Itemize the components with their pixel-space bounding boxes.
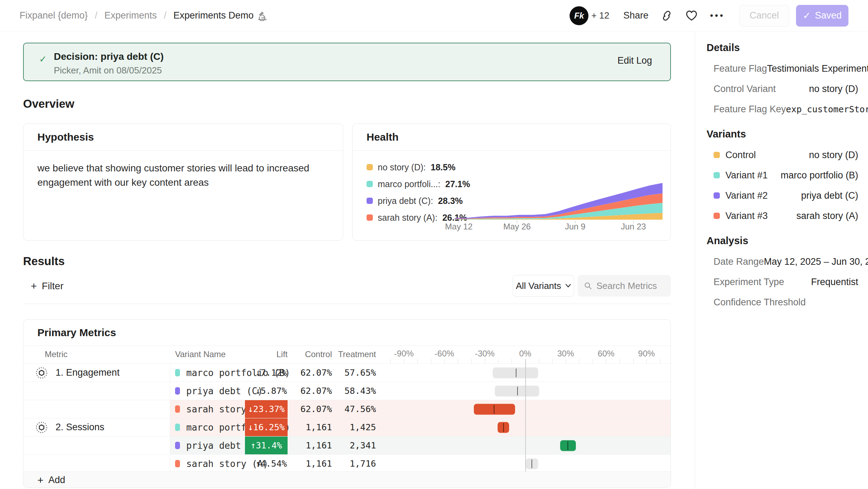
variant-color-swatch <box>714 213 720 219</box>
breadcrumb-current: Experiments Demo <box>173 10 268 21</box>
axis-tick <box>417 359 418 363</box>
variant-color-swatch <box>714 172 720 178</box>
variant-value: no story (D) <box>809 150 858 161</box>
legend-label: priya debt (C): <box>378 196 433 206</box>
variants-dropdown[interactable]: All Variants <box>513 275 574 297</box>
cancel-button[interactable]: Cancel <box>739 5 789 27</box>
table-row[interactable]: priya debt (C) ↑31.4% 1,161 2,341 <box>23 436 671 454</box>
heart-icon <box>685 10 698 22</box>
variant-value: priya debt (C) <box>801 190 858 201</box>
col-lift: Lift <box>245 349 288 359</box>
variant-color-swatch <box>714 152 720 158</box>
table-row[interactable]: priya debt (C) ↓5.87% 62.07% 58.43% <box>23 382 671 400</box>
legend-swatch <box>367 181 373 187</box>
axis-tick <box>660 359 660 363</box>
confidence-interval-cell <box>385 382 671 400</box>
lift-cell: ↑4.54% <box>245 455 288 473</box>
check-icon: ✓ <box>39 54 47 65</box>
lift-axis-label: -30% <box>475 349 494 359</box>
variant-label: Control <box>725 150 756 161</box>
hypothesis-text: we believe that showing customer stories… <box>23 151 331 200</box>
add-metric-button[interactable]: + Add <box>23 472 671 488</box>
more-menu-button[interactable]: ••• <box>710 10 725 21</box>
decision-title: Decision: priya debt (C) <box>54 51 164 62</box>
axis-tick <box>606 359 606 363</box>
details-heading: Details <box>707 42 858 54</box>
ellipsis-icon: ••• <box>710 10 725 21</box>
axis-tick <box>579 359 579 363</box>
mean-tick <box>567 441 568 450</box>
axis-tick <box>485 359 485 363</box>
axis-tick <box>552 359 552 363</box>
analysis-label: Confidence Threshold <box>714 297 806 308</box>
lift-axis-label: -90% <box>394 349 414 359</box>
share-button[interactable]: Share <box>623 10 649 21</box>
treatment-cell: 1,425 <box>334 418 376 436</box>
x-axis-tick-label: May 26 <box>503 222 531 232</box>
treatment-cell: 1,716 <box>334 455 376 473</box>
legend-swatch <box>367 164 373 170</box>
detail-row-control-variant: Control Variant no story (D) <box>707 79 858 99</box>
check-icon: ✓ <box>803 10 811 21</box>
breadcrumb-project[interactable]: Fixpanel {demo} <box>20 10 88 21</box>
axis-tick <box>539 359 539 363</box>
col-control: Control <box>292 349 332 359</box>
topbar-actions: Fk + 12 Share ••• Cancel ✓ Sav <box>570 5 848 27</box>
variants-dropdown-value: All Variants <box>516 281 561 291</box>
variant-row-3: Variant #3 sarah story (A) <box>707 206 858 226</box>
saved-button[interactable]: ✓ Saved <box>796 5 848 27</box>
legend-value: 18.5% <box>431 162 456 172</box>
plus-icon: + <box>37 474 44 486</box>
variant-label: Variant #2 <box>725 190 768 201</box>
favorite-button[interactable] <box>685 10 698 22</box>
lift-axis-header: -90%-60%-30%0%30%60%90% <box>385 346 671 363</box>
table-row[interactable]: 1. Engagement marco portfolio (B) ↓7.12%… <box>23 363 671 382</box>
zero-axis-line <box>525 359 526 472</box>
table-row[interactable]: 2. Sessions marco portfolio (B) ↓16.25% … <box>23 418 671 436</box>
legend-label: no story (D): <box>378 162 426 172</box>
mean-tick <box>503 423 504 432</box>
table-row[interactable]: sarah story (A) ↓23.37% 62.07% 47.56% <box>23 400 671 418</box>
analysis-row-confidence-threshold: Confidence Threshold <box>707 292 858 312</box>
variant-color-swatch <box>714 192 720 199</box>
sidebar-divider <box>695 31 695 489</box>
table-row[interactable]: sarah story (A) ↑4.54% 1,161 1,716 <box>23 454 671 473</box>
variant-value: sarah story (A) <box>796 211 858 221</box>
control-variant-value: no story (D) <box>809 84 858 94</box>
variant-swatch <box>175 369 180 376</box>
control-cell: 1,161 <box>292 437 332 454</box>
overview-heading: Overview <box>23 97 74 111</box>
search-input[interactable] <box>596 281 665 291</box>
variant-swatch <box>175 387 180 395</box>
axis-tick <box>512 359 512 363</box>
copy-link-button[interactable] <box>660 9 673 22</box>
metric-cell <box>23 437 170 454</box>
axis-tick <box>633 359 634 363</box>
experiment-page: Fixpanel {demo} / Experiments / Experime… <box>0 0 868 489</box>
add-filter-button[interactable]: + Filter <box>31 276 64 296</box>
chevron-down-icon <box>565 284 571 288</box>
col-treatment: Treatment <box>334 349 376 359</box>
metric-cell[interactable]: 2. Sessions <box>23 418 170 436</box>
confidence-interval-cell <box>385 455 671 473</box>
detail-row-feature-flag-key: Feature Flag Key exp_customerStory <box>707 99 858 119</box>
metric-cell[interactable]: 1. Engagement <box>23 364 170 382</box>
axis-tick <box>471 359 472 363</box>
primary-metrics-title: Primary Metrics <box>23 320 671 346</box>
lift-axis-label: -60% <box>435 349 454 359</box>
treatment-cell: 57.65% <box>334 364 376 382</box>
search-icon <box>584 281 592 291</box>
axis-tick <box>431 359 431 363</box>
decision-meta: Picker, Amit on 08/05/2025 <box>54 65 162 76</box>
hypothesis-card-title: Hypothesis <box>23 124 343 151</box>
edit-log-button[interactable]: Edit Log <box>617 55 652 66</box>
avatar[interactable]: Fk <box>570 6 588 25</box>
collaborator-count[interactable]: + 12 <box>591 10 609 21</box>
breadcrumb-experiments[interactable]: Experiments <box>104 10 157 21</box>
stacked-area-chart <box>455 155 663 225</box>
experiment-type-value: Frequentist <box>811 277 858 288</box>
variant-swatch <box>175 424 180 431</box>
metric-icon <box>35 367 48 379</box>
analysis-label: Date Range <box>714 256 764 267</box>
health-card-title: Health <box>353 124 671 151</box>
